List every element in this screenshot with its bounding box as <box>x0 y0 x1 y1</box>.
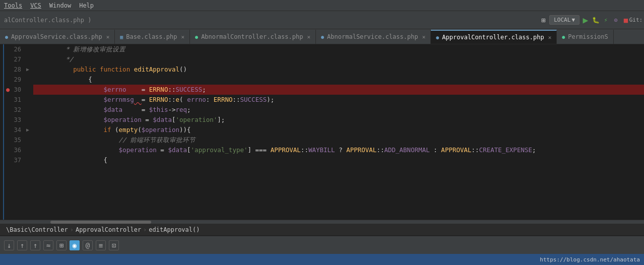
line-numbers: 26 27 28 ▶ 29 30 31 32 33 34 ▶ 35 36 37 <box>4 44 29 220</box>
git-label: Git: <box>632 16 640 24</box>
code-content-37: { <box>35 145 107 175</box>
horizontal-scrollbar[interactable] <box>0 220 644 224</box>
file-path-display: alController.class.php ) <box>4 17 537 24</box>
circle-icon[interactable]: ◉ <box>70 240 80 250</box>
profile-icon[interactable]: ⊙ <box>612 16 620 24</box>
tab-icon-1: ▦ <box>120 34 123 40</box>
breadcrumb: \Basic\Controller › ApprovalController ›… <box>0 224 644 236</box>
editor-main: 26 27 28 ▶ 29 30 31 32 33 34 ▶ 35 36 37 <box>0 44 644 220</box>
debug-icon[interactable]: 🐛 <box>592 16 600 24</box>
tab-label-3: AbnormalService.class.php <box>327 33 418 40</box>
gutter-26: 26 <box>4 44 25 54</box>
left-gutter-indicator <box>0 44 4 220</box>
gutter-32: 32 <box>4 105 25 115</box>
breadcrumb-part-1: ApprovalController <box>76 226 141 233</box>
tab-base[interactable]: ▦ Base.class.php ✕ <box>115 30 190 44</box>
tab-bar: ● ApprovalService.class.php ✕ ▦ Base.cla… <box>0 29 644 44</box>
breadcrumb-sep-1: › <box>143 226 147 233</box>
tab-abnormal-controller[interactable]: ● AbnormalController.class.php ✕ <box>190 30 316 44</box>
stop-button[interactable]: ■ <box>622 16 630 24</box>
gutter-34: 34 ▶ <box>4 125 25 135</box>
fold-28[interactable]: ▶ <box>26 64 29 75</box>
fold-34[interactable]: ▶ <box>26 125 29 135</box>
tab-approval-service[interactable]: ● ApprovalService.class.php ✕ <box>0 30 115 44</box>
code-line-28: public function editApproval() <box>33 64 644 75</box>
breadcrumb-part-0: \Basic\Controller <box>6 226 68 233</box>
gutter-27: 27 <box>4 54 25 64</box>
tab-permissions[interactable]: ● PermissionS <box>557 30 614 44</box>
status-bar: https://blog.csdn.net/ahaotata <box>0 254 644 265</box>
tab-icon-2: ● <box>195 34 198 40</box>
grid-icon[interactable]: ⊞ <box>539 16 547 24</box>
gutter-28: 28 ▶ <box>4 64 25 75</box>
gutter-35: 35 <box>4 135 25 145</box>
at-icon[interactable]: @ <box>83 240 93 250</box>
gutter-29: 29 <box>4 75 25 85</box>
gutter-37: 37 <box>4 155 25 165</box>
tab-icon-0: ● <box>5 34 8 40</box>
tab-label-5: PermissionS <box>568 33 608 40</box>
menu-bar: Tools VCS Window Help <box>0 0 644 11</box>
menu-vcs[interactable]: VCS <box>30 2 41 9</box>
diff-icon[interactable]: ≈ <box>43 240 53 250</box>
grid2-icon[interactable]: ⊡ <box>109 240 119 250</box>
tab-close-1[interactable]: ✕ <box>181 34 184 40</box>
file-path-text: alController.class.php ) <box>4 17 91 24</box>
toolbar: alController.class.php ) ⊞ LOCAL ▼ ▶ 🐛 ⚡… <box>0 11 644 29</box>
tab-abnormal-service[interactable]: ● AbnormalService.class.php ✕ <box>316 30 431 44</box>
tab-label-2: AbnormalController.class.php <box>201 33 303 40</box>
tab-close-4[interactable]: ✕ <box>548 34 552 41</box>
menu-help[interactable]: Help <box>79 2 94 9</box>
upload-icon[interactable]: ↑ <box>17 240 27 250</box>
tab-icon-3: ● <box>321 34 324 40</box>
tab-label-0: ApprovalService.class.php <box>11 33 102 40</box>
menu-tools[interactable]: Tools <box>4 2 22 9</box>
menu-window[interactable]: Window <box>49 2 71 9</box>
download-icon[interactable]: ↓ <box>4 240 14 250</box>
tab-icon-5: ● <box>562 34 565 40</box>
table-icon[interactable]: ⊞ <box>56 240 67 250</box>
code-line-26: * 新增修改审批设置 <box>33 44 644 54</box>
gutter-33: 33 <box>4 115 25 125</box>
ide-window: Tools VCS Window Help alController.class… <box>0 0 644 265</box>
tab-close-0[interactable]: ✕ <box>106 34 110 40</box>
env-label: LOCAL <box>554 17 570 23</box>
tab-close-3[interactable]: ✕ <box>422 34 426 40</box>
code-line-36: $operation = $data['approval_type'] === … <box>33 145 644 155</box>
list-icon[interactable]: ≡ <box>96 240 106 250</box>
coverage-icon[interactable]: ⚡ <box>602 16 610 24</box>
tab-icon-4: ● <box>436 35 439 40</box>
run-button[interactable]: ▶ <box>582 16 590 24</box>
code-content-26: * 新增修改审批设置 <box>35 44 125 54</box>
tab-close-2[interactable]: ✕ <box>307 34 310 40</box>
code-content-36: $operation = $data['approval_type'] === … <box>35 135 536 165</box>
code-editor[interactable]: * 新增修改审批设置 */ public function editApprov… <box>29 44 644 220</box>
breadcrumb-part-2: editApproval() <box>149 226 200 233</box>
dropdown-icon: ▼ <box>571 17 575 23</box>
upload2-icon[interactable]: ↑ <box>30 240 40 250</box>
gutter-31: 31 <box>4 95 25 105</box>
tab-label-4: ApprovalController.class.php <box>442 34 544 41</box>
status-url: https://blog.csdn.net/ahaotata <box>540 256 640 263</box>
gutter-30: 30 <box>4 85 25 95</box>
gutter-36: 36 <box>4 145 25 155</box>
env-selector[interactable]: LOCAL ▼ <box>549 15 579 25</box>
tab-label-1: Base.class.php <box>126 33 177 40</box>
tab-approval-controller[interactable]: ● ApprovalController.class.php ✕ <box>431 30 557 44</box>
bottom-toolbar: ↓ ↑ ↑ ≈ ⊞ ◉ @ ≡ ⊡ <box>0 236 644 254</box>
breadcrumb-sep-0: › <box>70 226 74 233</box>
